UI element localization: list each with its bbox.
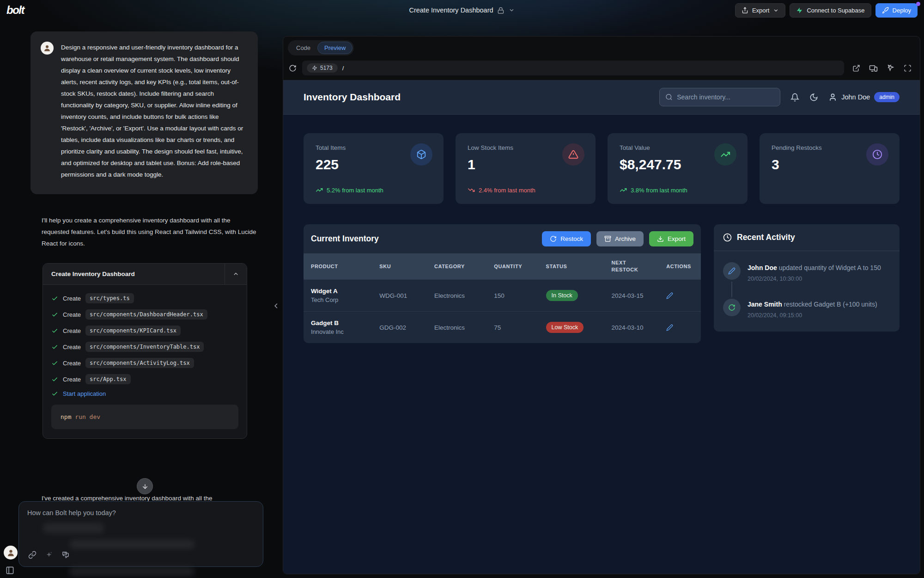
step-file-chip[interactable]: src/components/InventoryTable.tsx	[85, 342, 204, 352]
download-icon	[657, 235, 664, 242]
attach-link-icon[interactable]	[28, 551, 36, 559]
activity-user: Jane Smith	[748, 301, 782, 308]
restock-button[interactable]: Restock	[542, 231, 591, 246]
dashboard-header: Inventory Dashboard John Doe admin	[283, 80, 920, 115]
artifact-card: Create Inventory Dashboard Create src/ty…	[43, 263, 247, 439]
upload-icon	[742, 7, 748, 14]
artifact-step: Create src/types.ts	[51, 293, 238, 303]
chat-mode-icon[interactable]	[61, 551, 70, 559]
deploy-label: Deploy	[893, 7, 911, 14]
chat-input-container	[18, 501, 263, 567]
trending-down-icon	[468, 186, 475, 194]
check-icon	[51, 390, 58, 397]
port-plug-icon	[312, 65, 317, 71]
step-file-chip[interactable]: src/components/KPICard.tsx	[85, 326, 181, 336]
cell-next-restock: 2024-03-15	[604, 280, 659, 312]
edit-pencil-icon[interactable]	[666, 324, 693, 331]
redacted-text	[69, 567, 194, 576]
dark-mode-toggle-icon[interactable]	[809, 93, 818, 102]
cell-quantity[interactable]: 75	[486, 312, 538, 344]
terminal-args: run dev	[75, 413, 100, 420]
artifact-step: Create src/components/InventoryTable.tsx	[51, 342, 238, 352]
enhance-prompt-icon[interactable]	[45, 551, 53, 559]
collapse-chat-chevron[interactable]	[272, 301, 280, 310]
notifications-bell-icon[interactable]	[790, 93, 799, 102]
open-external-icon[interactable]	[852, 64, 860, 72]
artifact-step: Create src/components/ActivityLog.tsx	[51, 358, 238, 368]
tab-preview[interactable]: Preview	[317, 42, 353, 54]
clock-icon	[866, 143, 888, 166]
inventory-search[interactable]	[659, 88, 780, 106]
check-icon	[51, 376, 58, 383]
step-file-chip[interactable]: src/components/ActivityLog.tsx	[85, 358, 194, 368]
deploy-button[interactable]: Deploy	[875, 3, 918, 18]
responsive-devices-icon[interactable]	[869, 64, 878, 73]
export-table-button[interactable]: Export	[649, 231, 693, 246]
start-application-step: Start application	[51, 390, 238, 397]
connect-supabase-button[interactable]: Connect to Supabase	[790, 3, 871, 18]
product-supplier: Tech Corp	[311, 296, 365, 303]
fullscreen-icon[interactable]	[904, 64, 912, 72]
preview-url-bar: 5173 /	[283, 59, 920, 80]
check-icon	[51, 295, 58, 302]
column-product: Product	[304, 253, 372, 280]
activity-action: updated quantity of Widget A to 150	[779, 264, 881, 271]
inventory-table: Product SKU Category Quantity Status Nex…	[304, 253, 701, 343]
role-badge: admin	[874, 92, 900, 102]
export-table-label: Export	[668, 235, 686, 242]
edit-pencil-icon	[723, 262, 741, 280]
step-file-chip[interactable]: src/types.ts	[85, 293, 134, 303]
cell-quantity[interactable]: 150	[486, 280, 538, 312]
edit-pencil-icon[interactable]	[666, 292, 693, 299]
activity-action: restocked Gadget B (+100 units)	[784, 301, 877, 308]
product-name: Gadget B	[311, 320, 365, 326]
cell-sku: WDG-001	[372, 280, 427, 312]
terminal-command: npm run dev	[51, 405, 238, 429]
column-category: Category	[427, 253, 486, 280]
step-action: Create	[63, 344, 81, 350]
kpi-cards: Total Items 225 5.2% from last month Low…	[304, 133, 900, 204]
step-file-chip[interactable]: src/App.tsx	[85, 374, 130, 384]
export-button[interactable]: Export	[735, 3, 786, 18]
recent-activity-card: Recent Activity John Doe updated quan	[714, 224, 900, 332]
dashboard-title: Inventory Dashboard	[304, 92, 401, 103]
clock-icon	[723, 233, 732, 242]
account-avatar[interactable]	[4, 546, 18, 560]
reload-icon[interactable]	[289, 64, 297, 72]
address-bar[interactable]: 5173 /	[302, 61, 844, 75]
app-preview: Inventory Dashboard John Doe admin Total	[283, 80, 920, 574]
scroll-to-bottom-button[interactable]	[137, 478, 153, 494]
activity-time: 20/02/2024, 10:30:00	[748, 276, 881, 282]
redacted-text	[43, 523, 104, 533]
port-badge[interactable]: 5173	[307, 63, 338, 73]
kpi-low-stock: Low Stock Items 1 2.4% from last month	[456, 133, 596, 204]
column-next-restock: Next Restock	[604, 253, 659, 280]
start-application-link[interactable]: Start application	[63, 390, 106, 397]
check-icon	[51, 327, 58, 334]
inventory-title: Current Inventory	[311, 234, 379, 244]
inspector-cursor-icon[interactable]	[887, 64, 895, 72]
redacted-text	[70, 540, 195, 549]
supabase-bolt-icon	[796, 7, 803, 14]
chevron-down-icon	[773, 7, 779, 13]
chevron-down-icon[interactable]	[509, 7, 515, 13]
terminal-bin: npm	[61, 413, 71, 420]
artifact-step: Create src/App.tsx	[51, 374, 238, 384]
kpi-trend-text: 5.2% from last month	[327, 187, 383, 194]
artifact-step: Create src/components/KPICard.tsx	[51, 326, 238, 336]
editor-tabs: Code Preview	[283, 37, 920, 59]
kpi-trend-text: 3.8% from last month	[631, 187, 687, 194]
step-file-chip[interactable]: src/components/DashboardHeader.tsx	[85, 309, 207, 320]
collapse-artifact-button[interactable]	[225, 264, 247, 284]
project-title-group[interactable]: Create Inventory Dashboard	[409, 0, 515, 20]
tab-code[interactable]: Code	[289, 42, 317, 54]
archive-button[interactable]: Archive	[596, 231, 644, 246]
project-title: Create Inventory Dashboard	[409, 6, 493, 14]
user-menu[interactable]: John Doe admin	[828, 92, 900, 102]
search-input[interactable]	[677, 93, 774, 101]
activity-item: Jane Smith restocked Gadget B (+100 unit…	[723, 299, 890, 319]
step-action: Create	[63, 311, 81, 318]
product-supplier: Innovate Inc	[311, 328, 365, 335]
sidebar-toggle-icon[interactable]	[6, 566, 14, 575]
inventory-table-card: Current Inventory Restock Archive	[304, 224, 701, 343]
